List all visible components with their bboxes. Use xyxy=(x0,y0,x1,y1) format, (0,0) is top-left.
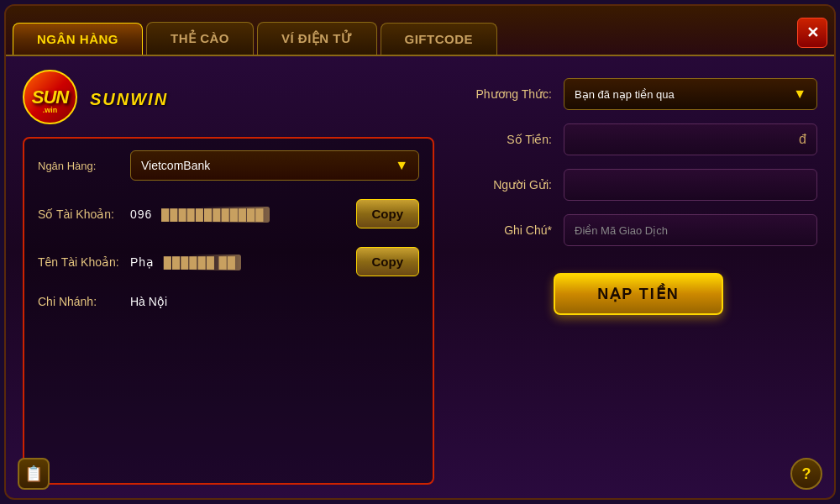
phuong-thuc-value: Bạn đã nạp tiền qua xyxy=(575,88,675,101)
ghi-chu-input[interactable]: Điền Mã Giao Dịch xyxy=(564,214,817,246)
help-icon[interactable]: ? xyxy=(790,458,822,490)
copy-account-number-button[interactable]: Copy xyxy=(356,199,420,228)
so-tai-khoan-label: Số Tài Khoản: xyxy=(38,207,130,221)
chevron-down-icon: ▼ xyxy=(395,158,408,173)
content-area: SUN .win SUNWIN Ngân Hàng: VietcomBank ▼ xyxy=(6,56,834,498)
brand-name: SUNWIN xyxy=(90,90,168,109)
sun-logo: SUN .win xyxy=(23,70,81,129)
account-name-value: Phạ ██████ ██ xyxy=(130,255,348,269)
bottom-bar: 📋 ? xyxy=(18,458,822,490)
nap-tien-button[interactable]: NẠP TIỀN xyxy=(554,273,723,315)
ten-tai-khoan-label: Tên Tài Khoản: xyxy=(38,255,130,269)
currency-symbol: đ xyxy=(799,132,806,147)
ten-tai-khoan-row: Tên Tài Khoản: Phạ ██████ ██ Copy xyxy=(38,247,419,276)
phuong-thuc-select[interactable]: Bạn đã nạp tiền qua ▼ xyxy=(564,78,817,110)
ngan-hang-row: Ngân Hàng: VietcomBank ▼ xyxy=(38,150,419,181)
bank-select-dropdown[interactable]: VietcomBank ▼ xyxy=(130,150,419,181)
phuong-thuc-label: Phương Thức: xyxy=(459,87,552,101)
nguoi-gui-row: Người Gửi: xyxy=(459,169,817,201)
ghi-chu-placeholder: Điền Mã Giao Dịch xyxy=(575,224,668,237)
chi-nhanh-value: Hà Nội xyxy=(130,295,167,308)
bank-box: Ngân Hàng: VietcomBank ▼ Số Tài Khoản: 0… xyxy=(23,137,434,485)
left-panel: SUN .win SUNWIN Ngân Hàng: VietcomBank ▼ xyxy=(23,70,434,485)
nguoi-gui-label: Người Gửi: xyxy=(459,178,552,192)
tab-vi-dien-tu[interactable]: VÍ ĐIỆN TỬ xyxy=(257,22,377,55)
bank-select-value: VietcomBank xyxy=(141,159,210,172)
ghi-chu-label: Ghi Chú* xyxy=(459,223,552,237)
nguoi-gui-input[interactable] xyxy=(564,169,817,201)
chi-nhanh-row: Chi Nhánh: Hà Nội xyxy=(38,295,419,308)
logo-area: SUN .win SUNWIN xyxy=(23,70,434,129)
so-tien-row: Số Tiền: đ xyxy=(459,123,817,155)
sun-logo-sub: .win xyxy=(43,106,58,114)
phuong-thuc-chevron-icon: ▼ xyxy=(793,87,806,102)
so-tien-label: Số Tiền: xyxy=(459,133,552,146)
ghi-chu-row: Ghi Chú* Điền Mã Giao Dịch xyxy=(459,214,817,246)
sun-logo-text: SUN xyxy=(32,87,68,108)
copy-account-name-button[interactable]: Copy xyxy=(356,247,420,276)
modal: NGÂN HÀNG THẺ CÀO VÍ ĐIỆN TỬ GIFTCODE ✕ … xyxy=(4,4,836,500)
name-blurred: ██████ ██ xyxy=(155,255,241,270)
ngan-hang-label: Ngân Hàng: xyxy=(38,160,130,172)
so-tai-khoan-row: Số Tài Khoản: 096 ████████████ Copy xyxy=(38,199,419,228)
docs-icon[interactable]: 📋 xyxy=(18,458,50,490)
account-number-value: 096 ████████████ xyxy=(130,207,348,221)
phuong-thuc-row: Phương Thức: Bạn đã nạp tiền qua ▼ xyxy=(459,78,817,110)
close-button[interactable]: ✕ xyxy=(797,18,827,48)
tab-ngan-hang[interactable]: NGÂN HÀNG xyxy=(13,23,143,55)
tab-the-cao[interactable]: THẺ CÀO xyxy=(146,22,254,55)
so-tien-input[interactable]: đ xyxy=(564,123,817,155)
right-panel: Phương Thức: Bạn đã nạp tiền qua ▼ Số Ti… xyxy=(459,70,817,485)
tab-giftcode[interactable]: GIFTCODE xyxy=(381,23,498,55)
account-blurred: ████████████ xyxy=(152,207,269,223)
chi-nhanh-label: Chi Nhánh: xyxy=(38,295,130,308)
tab-bar: NGÂN HÀNG THẺ CÀO VÍ ĐIỆN TỬ GIFTCODE ✕ xyxy=(6,6,834,56)
